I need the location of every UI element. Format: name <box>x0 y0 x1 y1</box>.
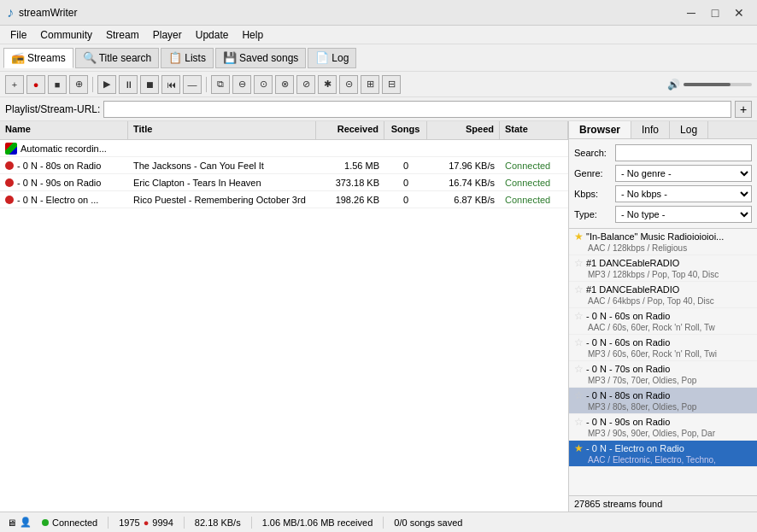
connected-status: Connected <box>42 517 97 528</box>
list-item[interactable]: ★"In-Balance" Music Radioioioioi... AAC … <box>569 229 757 255</box>
record-button[interactable]: ● <box>26 75 45 94</box>
url-input[interactable] <box>103 101 731 118</box>
monitor-icon: 🖥 <box>7 517 16 528</box>
col-header-name: Name <box>0 121 128 139</box>
menu-community[interactable]: Community <box>33 27 99 43</box>
col-header-songs: Songs <box>384 121 427 139</box>
row2-songs: 0 <box>384 178 427 188</box>
times-button[interactable]: ⊗ <box>275 75 294 94</box>
list-item[interactable]: ☆- 0 N - 90s on Radio MP3 / 90s, 90er, O… <box>569 414 757 441</box>
url-add-button[interactable]: + <box>735 101 752 118</box>
list-item[interactable]: ☆- 0 N - 70s on Radio MP3 / 70s, 70er, O… <box>569 361 757 388</box>
status-dot-icon <box>5 178 14 187</box>
songs-saved-value: 0/0 songs saved <box>394 517 462 528</box>
stop-button[interactable]: ⏹ <box>140 75 159 94</box>
table-row[interactable]: - 0 N - 80s on Radio The Jacksons - Can … <box>0 157 568 174</box>
tab-log[interactable]: 📄 Log <box>308 48 356 68</box>
dash2-button[interactable]: ⊝ <box>339 75 358 94</box>
list-item[interactable]: ★- 0 N - Electro on Radio AAC / Electron… <box>569 441 757 467</box>
close-button[interactable]: ✕ <box>728 4 750 21</box>
row3-songs: 0 <box>384 195 427 205</box>
row2-name: - 0 N - 90s on Radio <box>17 178 101 188</box>
menu-file[interactable]: File <box>3 27 33 43</box>
play-button[interactable]: ▶ <box>97 75 116 94</box>
browser-tab-info[interactable]: Info <box>631 121 670 138</box>
plus-square-button[interactable]: ⊞ <box>361 75 379 94</box>
list-item[interactable]: ☆- 0 N - 60s on Radio MP3 / 60s, 60er, R… <box>569 335 757 361</box>
row3-title: Rico Puestel - Remembering October 3rd <box>128 195 316 205</box>
search-input[interactable] <box>615 144 752 161</box>
status-sep4 <box>383 517 384 529</box>
stop-record-button[interactable]: ■ <box>48 75 67 94</box>
table-row[interactable]: - 0 N - Electro on ... Rico Puestel - Re… <box>0 191 568 208</box>
minus-square-button[interactable]: ⊟ <box>382 75 401 94</box>
maximize-button[interactable]: □ <box>704 4 726 21</box>
add-button2[interactable]: ⊕ <box>69 75 88 94</box>
browser-item-name: - 0 N - Electro on Radio <box>586 443 684 453</box>
volume-slider[interactable] <box>684 83 752 86</box>
minimize-button[interactable]: ─ <box>680 4 702 21</box>
search-label: Search: <box>574 148 610 158</box>
browser-item-name: #1 DANCEableRADIO <box>586 258 679 268</box>
menu-help[interactable]: Help <box>235 27 270 43</box>
list-item[interactable]: ☆#1 DANCEableRADIO AAC / 64kbps / Pop, T… <box>569 282 757 308</box>
list-item[interactable]: ☆- 0 N - 80s on Radio MP3 / 80s, 80er, O… <box>569 388 757 414</box>
volume-area: 🔊 <box>667 79 752 91</box>
table-row[interactable]: - 0 N - 90s on Radio Eric Clapton - Tear… <box>0 174 568 191</box>
browser-item-name: "In-Balance" Music Radioioioioi... <box>586 231 724 242</box>
row3-received: 198.26 KB <box>316 195 384 205</box>
type-label: Type: <box>574 209 610 219</box>
genre-select[interactable]: - No genre - <box>615 165 752 182</box>
tab-title-search[interactable]: 🔍 Title search <box>75 48 160 68</box>
tab-saved-songs[interactable]: 💾 Saved songs <box>215 48 306 68</box>
browser-tab-browser[interactable]: Browser <box>569 121 631 138</box>
menu-stream[interactable]: Stream <box>99 27 146 43</box>
browser-tab-log[interactable]: Log <box>670 121 708 138</box>
year-count: 1975 ● 9994 <box>119 517 173 528</box>
list-item[interactable]: ☆#1 DANCEableRADIO MP3 / 128kbps / Pop, … <box>569 255 757 282</box>
prev-button[interactable]: ⏮ <box>161 75 180 94</box>
browser-item-sub: MP3 / 80s, 80er, Oldies, Pop <box>569 402 757 412</box>
status-dot-icon <box>5 196 14 204</box>
kbps-select[interactable]: - No kbps - <box>615 185 752 202</box>
circle-button[interactable]: ⊙ <box>254 75 273 94</box>
app-title: streamWriter <box>19 7 680 19</box>
tab-streams[interactable]: 📻 Streams <box>3 48 73 68</box>
minus-circle-button[interactable]: ⊖ <box>232 75 251 94</box>
pause-button[interactable]: ⏸ <box>119 75 138 94</box>
stream-toolbar: + ● ■ ⊕ ▶ ⏸ ⏹ ⏮ — ⧉ ⊖ ⊙ ⊗ ⊘ ✱ ⊝ ⊞ ⊟ 🔊 <box>0 72 757 97</box>
menu-player[interactable]: Player <box>146 27 189 43</box>
connected-dot-icon <box>42 519 49 526</box>
row1-speed: 17.96 KB/s <box>427 161 500 171</box>
row1-state: Connected <box>500 161 568 171</box>
count-value: 9994 <box>152 517 173 528</box>
browser-item-sub: MP3 / 90s, 90er, Oldies, Pop, Dar <box>569 429 757 439</box>
browser-item-sub: MP3 / 70s, 70er, Oldies, Pop <box>569 376 757 386</box>
copy-button[interactable]: ⧉ <box>211 75 230 94</box>
tab-lists[interactable]: 📋 Lists <box>161 48 214 68</box>
browser-item-name: - 0 N - 90s on Radio <box>586 417 670 427</box>
lists-tab-label: Lists <box>185 52 206 64</box>
row2-speed: 16.74 KB/s <box>427 178 500 188</box>
row1-received: 1.56 MB <box>316 161 384 171</box>
titlebar: ♪ streamWriter ─ □ ✕ <box>0 0 757 26</box>
slash-button[interactable]: ⊘ <box>296 75 315 94</box>
browser-item-name: - 0 N - 60s on Radio <box>586 311 670 321</box>
menu-update[interactable]: Update <box>189 27 236 43</box>
col-header-state: State <box>500 121 568 139</box>
lists-tab-icon: 📋 <box>168 51 182 64</box>
browser-item-sub: MP3 / 60s, 60er, Rock 'n' Roll, Twi <box>569 349 757 360</box>
url-label: Playlist/Stream-URL: <box>5 103 100 115</box>
menubar: File Community Stream Player Update Help <box>0 26 757 44</box>
type-select[interactable]: - No type - <box>615 206 752 223</box>
table-row[interactable]: Automatic recordin... <box>0 140 568 157</box>
add-stream-button[interactable]: + <box>5 75 24 94</box>
list-item[interactable]: ☆- 0 N - 60s on Radio AAC / 60s, 60er, R… <box>569 308 757 335</box>
dash-button[interactable]: — <box>183 75 202 94</box>
row3-speed: 6.87 KB/s <box>427 195 500 205</box>
browser-item-name: #1 DANCEableRADIO <box>586 284 679 295</box>
asterisk-button[interactable]: ✱ <box>318 75 337 94</box>
streams-header: Name Title Received Songs Speed State <box>0 121 568 140</box>
connected-label: Connected <box>52 517 97 528</box>
browser-item-name: - 0 N - 60s on Radio <box>586 337 670 348</box>
